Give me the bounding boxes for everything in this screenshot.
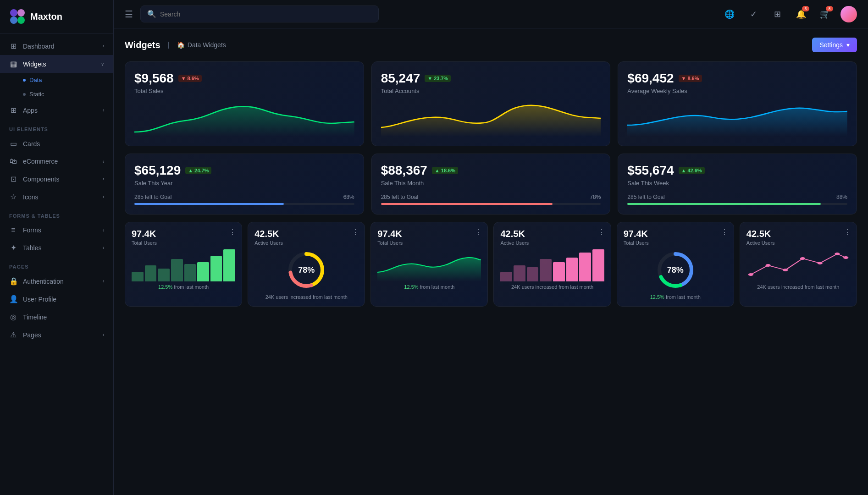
scatter-chart-1 [746,249,850,281]
sale-month-bar-fill [381,203,553,205]
widget-sale-month: $88,367 ▲ 18.6% Sale This Month 285 left… [371,154,611,214]
widget-total-users-bars: ⋮ 97.4K Total Users 12.5% from last mont… [125,222,242,307]
widget-menu-icon-1[interactable]: ⋮ [229,228,236,236]
widget-active-users-bars: ⋮ 42.5K Active Users 24K users increased… [493,222,611,307]
total-users-donut-label: Total Users [624,240,727,246]
total-sales-badge: ▼ 8.6% [178,75,202,82]
search-icon: 🔍 [147,10,156,18]
avg-weekly-sales-value: $69,452 ▼ 8.6% [627,71,847,86]
chevron-icon-ecommerce: ‹ [103,159,104,164]
avatar-image [840,6,857,22]
sidebar-item-pages[interactable]: ⚠ Pages ‹ [0,326,113,344]
sidebar-item-user-profile[interactable]: 👤 User Profile [0,290,113,308]
sidebar-label-authentication: Authentication [23,278,97,285]
sidebar-item-timeline[interactable]: ◎ Timeline [0,308,113,326]
grid-icon-button[interactable]: ⊞ [769,6,785,22]
sidebar-label-user-profile: User Profile [23,296,104,303]
widget-menu-icon-4[interactable]: ⋮ [598,228,605,236]
settings-label: Settings [819,41,843,49]
sidebar-item-widgets[interactable]: ▦ Widgets ∨ [0,55,113,73]
sale-year-progress-bar [134,203,354,205]
widget-active-users-scatter: ⋮ 42.5K Active Users [740,222,857,307]
chevron-icon-auth: ‹ [103,279,104,284]
ecommerce-icon: 🛍 [9,157,17,165]
sale-year-progress-pct: 68% [343,194,354,200]
main-content: ☰ 🔍 🌐 ✓ ⊞ 🔔 5 🛒 8 [114,0,868,495]
sidebar-item-static[interactable]: Static [0,87,113,101]
sidebar-item-data[interactable]: Data [0,73,113,87]
search-input[interactable] [160,11,372,18]
svg-point-11 [765,264,770,267]
icons-icon: ☆ [9,192,17,201]
sale-month-progress-row: 285 left to Goal 78% [381,194,601,200]
home-icon: 🏠 [177,41,185,49]
from-last-month-6: 24K users increased from last month [746,284,850,290]
grid-icon: ⊞ [774,9,781,19]
checkmark-icon[interactable]: ✓ [745,6,762,22]
sidebar-item-forms[interactable]: ≡ Forms ‹ [0,221,113,239]
sidebar-navigation: ⊞ Dashboard ‹ ▦ Widgets ∨ Data Static ⊞ … [0,33,113,495]
chevron-down-icon: ∨ [101,61,104,66]
donut-center-label-1: 78% [298,265,315,275]
sale-week-progress-pct: 88% [836,194,847,200]
widget-menu-icon-3[interactable]: ⋮ [475,228,482,236]
total-accounts-value: 85,247 ▼ 23.7% [381,71,601,86]
language-selector[interactable]: 🌐 [721,6,738,22]
chevron-icon-components: ‹ [103,176,104,182]
sidebar: Maxton ⊞ Dashboard ‹ ▦ Widgets ∨ Data St… [0,0,114,495]
sale-year-bar-fill [134,203,284,205]
total-accounts-label: Total Accounts [381,88,601,94]
sidebar-item-authentication[interactable]: 🔒 Authentication ‹ [0,272,113,290]
forms-tables-label: FORMS & TABLES [0,206,113,221]
widget-menu-icon-2[interactable]: ⋮ [352,228,359,236]
breadcrumb-separator: | [168,41,170,49]
cart-button[interactable]: 🛒 8 [817,6,833,22]
sale-year-progress-label: 285 left to Goal [134,194,171,200]
sidebar-item-dashboard[interactable]: ⊞ Dashboard ‹ [0,37,113,55]
total-sales-chart [134,100,354,137]
from-last-month-4: 24K users increased from last month [500,284,604,290]
flag-icon: 🌐 [724,9,735,19]
sidebar-item-components[interactable]: ⊡ Components ‹ [0,170,113,188]
widget-total-accounts: 85,247 ▼ 23.7% Total Accounts [371,61,611,146]
svg-point-12 [783,269,788,271]
sidebar-item-tables[interactable]: ✦ Tables ‹ [0,239,113,257]
sidebar-item-apps[interactable]: ⊞ Apps ‹ [0,101,113,119]
arrow-down-icon2: ▼ [681,76,686,81]
svg-point-1 [17,9,25,16]
sidebar-label-components: Components [23,176,97,183]
sale-week-bar-fill [627,203,821,205]
sidebar-item-ecommerce[interactable]: 🛍 eCommerce ‹ [0,153,113,170]
bar-chart-1 [132,249,235,281]
hamburger-menu-icon[interactable]: ☰ [125,9,133,20]
notifications-button[interactable]: 🔔 5 [793,6,809,22]
sale-week-progress-label: 285 left to Goal [627,194,664,200]
settings-button[interactable]: Settings ▾ [812,38,857,52]
page-title: Widgets [125,40,160,50]
from-last-month-3: 12.5% from last month [377,284,481,290]
header-actions: 🌐 ✓ ⊞ 🔔 5 🛒 8 [721,6,857,22]
auth-icon: 🔒 [9,277,17,286]
widget-menu-icon-5[interactable]: ⋮ [721,228,728,236]
sale-month-progress-bar [381,203,601,205]
search-bar[interactable]: 🔍 [140,6,379,22]
sidebar-item-icons[interactable]: ☆ Icons ‹ [0,188,113,206]
breadcrumb-link[interactable]: 🏠 Data Widgets [177,41,226,49]
notifications-badge: 5 [802,6,809,11]
user-avatar[interactable] [840,6,857,22]
sidebar-label-dashboard: Dashboard [23,43,97,50]
sale-month-badge: ▲ 18.6% [432,167,458,174]
mid-widgets-grid: $65,129 ▲ 24.7% Sale This Year 285 left … [125,154,857,214]
sidebar-item-cards[interactable]: ▭ Cards [0,135,113,153]
avg-weekly-sales-badge: ▼ 8.6% [679,75,702,82]
forms-icon: ≡ [9,226,17,234]
widget-menu-icon-6[interactable]: ⋮ [844,228,851,236]
total-users-donut-value: 97.4K [624,229,727,239]
sale-week-label: Sale This Week [627,180,847,187]
sale-week-progress-row: 285 left to Goal 88% [627,194,847,200]
avg-weekly-sales-chart [627,100,847,137]
sidebar-label-pages: Pages [23,331,97,339]
app-name: Maxton [30,11,62,22]
total-sales-value: $9,568 ▼ 8.6% [134,71,354,86]
sale-month-value: $88,367 ▲ 18.6% [381,163,601,178]
